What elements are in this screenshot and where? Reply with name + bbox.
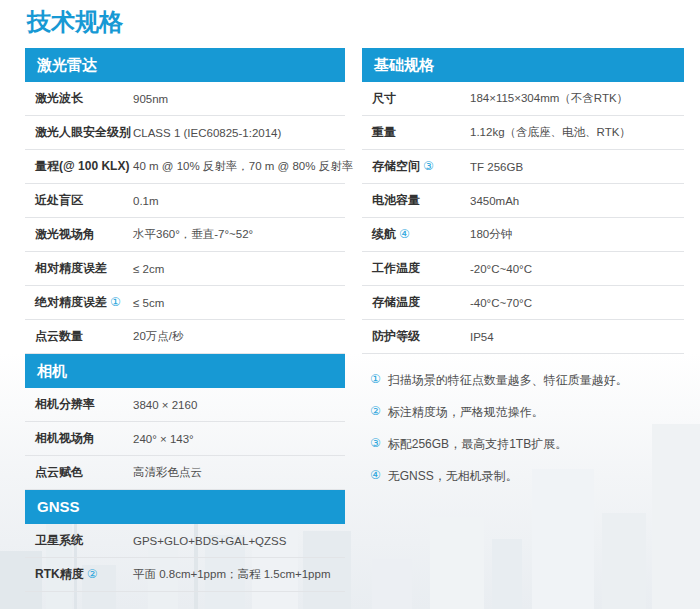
spec-value: 240° × 143° (133, 433, 345, 445)
spec-value: -40°C~70°C (470, 297, 684, 309)
footnote-marker-icon: ④ (399, 227, 410, 241)
spec-label-text: 相机分辨率 (35, 397, 95, 411)
spec-row: 防护等级IP54 (362, 320, 684, 354)
spec-row: 点云数量20万点/秒 (25, 320, 345, 354)
spec-row: 激光视场角水平360°，垂直-7°~52° (25, 218, 345, 252)
spec-label-text: 存储温度 (372, 295, 420, 309)
spec-row: 存储温度-40°C~70°C (362, 286, 684, 320)
footnote-text: 扫描场景的特征点数量越多、特征质量越好。 (388, 372, 628, 389)
footnote-item: ③标配256GB，最高支持1TB扩展。 (370, 436, 684, 453)
spec-value: 905nm (133, 93, 345, 105)
spec-label-text: 量程(@ 100 KLX) (35, 159, 129, 173)
spec-row: 重量1.12kg（含底座、电池、RTK） (362, 116, 684, 150)
footnotes-list: ①扫描场景的特征点数量越多、特征质量越好。②标注精度场，严格规范操作。③标配25… (362, 372, 684, 485)
spec-label: 近处盲区 (35, 192, 133, 209)
spec-row: 激光人眼安全级别CLASS 1 (IEC60825-1:2014) (25, 116, 345, 150)
spec-label-text: 卫星系统 (35, 533, 83, 547)
spec-value: 平面 0.8cm+1ppm；高程 1.5cm+1ppm (133, 567, 345, 582)
spec-row: 绝对精度误差①≤ 5cm (25, 286, 345, 320)
spec-row: 点云赋色高清彩色点云 (25, 456, 345, 490)
spec-row: 工作温度-20°C~40°C (362, 252, 684, 286)
spec-label: 电池容量 (372, 192, 470, 209)
right-spec-column: 基础规格尺寸184×115×304mm（不含RTK）重量1.12kg（含底座、电… (362, 48, 684, 592)
footnote-marker-icon: ② (370, 404, 381, 418)
spec-value: -20°C~40°C (470, 263, 684, 275)
footnote-marker-icon: ④ (370, 468, 381, 482)
spec-label: 相机分辨率 (35, 396, 133, 413)
spec-value: 水平360°，垂直-7°~52° (133, 227, 345, 242)
section-header: 相机 (25, 354, 345, 388)
spec-label: 绝对精度误差① (35, 294, 133, 311)
spec-label-text: 相机视场角 (35, 431, 95, 445)
spec-value: GPS+GLO+BDS+GAL+QZSS (133, 535, 345, 547)
footnote-marker-icon: ③ (423, 159, 434, 173)
footnote-text: 无GNSS，无相机录制。 (388, 468, 518, 485)
spec-value: TF 256GB (470, 161, 684, 173)
footnote-item: ①扫描场景的特征点数量越多、特征质量越好。 (370, 372, 684, 389)
spec-value: 20万点/秒 (133, 329, 345, 344)
spec-value: 180分钟 (470, 227, 684, 242)
spec-label-text: 激光人眼安全级别 (35, 125, 131, 139)
spec-label-text: 激光波长 (35, 91, 83, 105)
spec-value: 1.12kg（含底座、电池、RTK） (470, 125, 684, 140)
footnote-marker-icon: ③ (370, 436, 381, 450)
spec-label: 相对精度误差 (35, 260, 133, 277)
spec-value: ≤ 5cm (133, 297, 345, 309)
spec-label-text: 重量 (372, 125, 396, 139)
spec-label-text: 尺寸 (372, 91, 396, 105)
spec-row: 相机分辨率3840 × 2160 (25, 388, 345, 422)
spec-label: 防护等级 (372, 328, 470, 345)
spec-label: 卫星系统 (35, 532, 133, 549)
spec-label: 激光视场角 (35, 226, 133, 243)
footnote-item: ②标注精度场，严格规范操作。 (370, 404, 684, 421)
spec-label-text: 防护等级 (372, 329, 420, 343)
spec-label-text: 工作温度 (372, 261, 420, 275)
spec-label: 点云数量 (35, 328, 133, 345)
spec-label-text: 电池容量 (372, 193, 420, 207)
spec-value: CLASS 1 (IEC60825-1:2014) (133, 127, 345, 139)
footnote-marker-icon: ① (110, 295, 121, 309)
spec-label: 激光人眼安全级别 (35, 124, 133, 141)
right-spec-tables: 基础规格尺寸184×115×304mm（不含RTK）重量1.12kg（含底座、电… (362, 48, 684, 354)
footnote-text: 标配256GB，最高支持1TB扩展。 (388, 436, 567, 453)
footnote-text: 标注精度场，严格规范操作。 (388, 404, 544, 421)
spec-label: 点云赋色 (35, 464, 133, 481)
footnote-marker-icon: ① (370, 372, 381, 386)
spec-label: 量程(@ 100 KLX) (35, 158, 133, 175)
spec-label: 工作温度 (372, 260, 470, 277)
spec-value: 3450mAh (470, 195, 684, 207)
spec-row: 续航④180分钟 (362, 218, 684, 252)
spec-value: IP54 (470, 331, 684, 343)
spec-label: 尺寸 (372, 90, 470, 107)
spec-label-text: 绝对精度误差 (35, 295, 107, 309)
section-header: 激光雷达 (25, 48, 345, 82)
spec-label-text: 相对精度误差 (35, 261, 107, 275)
spec-label-text: 点云赋色 (35, 465, 83, 479)
spec-label: 相机视场角 (35, 430, 133, 447)
spec-value: ≤ 2cm (133, 263, 345, 275)
spec-row: RTK精度②平面 0.8cm+1ppm；高程 1.5cm+1ppm (25, 558, 345, 592)
spec-value: 40 m @ 10% 反射率，70 m @ 80% 反射率 (133, 159, 353, 174)
spec-label-text: 激光视场角 (35, 227, 95, 241)
spec-value: 184×115×304mm（不含RTK） (470, 91, 684, 106)
left-spec-column: 激光雷达激光波长905nm激光人眼安全级别CLASS 1 (IEC60825-1… (25, 48, 345, 592)
spec-value: 3840 × 2160 (133, 399, 345, 411)
spec-label: 续航④ (372, 226, 470, 243)
section-header: 基础规格 (362, 48, 684, 82)
footnote-item: ④无GNSS，无相机录制。 (370, 468, 684, 485)
spec-label-text: 近处盲区 (35, 193, 83, 207)
spec-label: 存储空间③ (372, 158, 470, 175)
spec-label-text: RTK精度 (35, 567, 84, 581)
spec-label: 重量 (372, 124, 470, 141)
spec-label-text: 存储空间 (372, 159, 420, 173)
spec-label: 激光波长 (35, 90, 133, 107)
spec-label: RTK精度② (35, 566, 133, 583)
spec-value: 0.1m (133, 195, 345, 207)
spec-row: 尺寸184×115×304mm（不含RTK） (362, 82, 684, 116)
spec-label: 存储温度 (372, 294, 470, 311)
footnote-marker-icon: ② (87, 567, 98, 581)
spec-columns: 激光雷达激光波长905nm激光人眼安全级别CLASS 1 (IEC60825-1… (25, 48, 684, 592)
spec-row: 电池容量3450mAh (362, 184, 684, 218)
spec-row: 存储空间③TF 256GB (362, 150, 684, 184)
page-title: 技术规格 (27, 6, 123, 38)
